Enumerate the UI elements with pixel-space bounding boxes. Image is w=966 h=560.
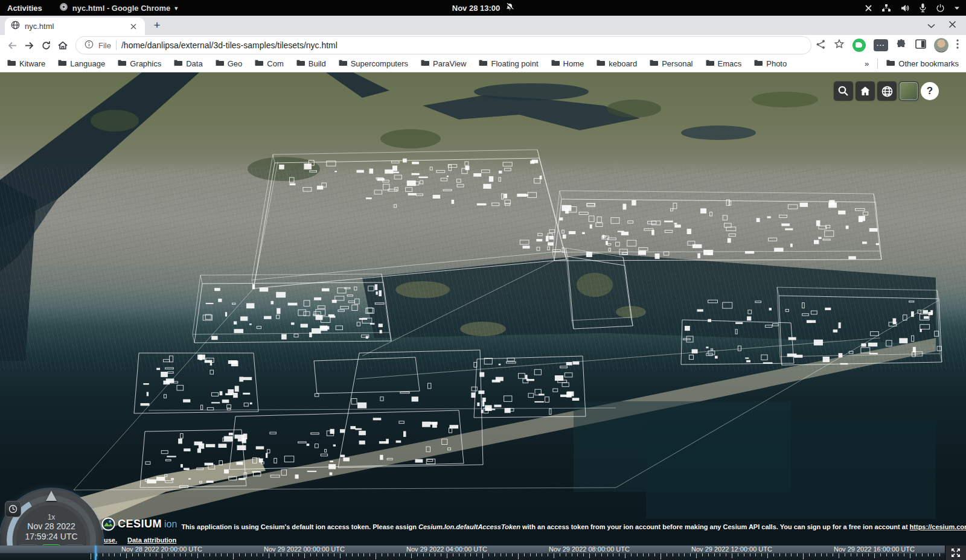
timeline-tick: [394, 553, 394, 556]
timeline-tick: [679, 553, 679, 556]
timeline-tick: [791, 553, 792, 556]
timeline-tick: [168, 553, 168, 556]
focused-window-menu[interactable]: nyc.html - Google Chrome ▾: [59, 2, 178, 13]
bookmark-emacs[interactable]: Emacs: [706, 59, 742, 68]
reload-button[interactable]: [37, 37, 54, 54]
tab-search-chevron-icon[interactable]: [927, 20, 935, 31]
other-bookmarks-button[interactable]: Other bookmarks: [886, 59, 959, 68]
timeline-tick: [809, 553, 810, 556]
tab-close-icon[interactable]: [128, 21, 139, 32]
timeline-tick: [114, 553, 115, 556]
tab-nyc[interactable]: nyc.html: [5, 18, 145, 35]
folder-icon: [886, 59, 895, 68]
bookmark-label: Com: [267, 59, 283, 68]
bookmark-com[interactable]: Com: [255, 59, 283, 68]
timeline-tick: [643, 553, 644, 556]
timeline-tick: [518, 553, 519, 559]
timeline-tick: [150, 553, 150, 556]
bookmark-language[interactable]: Language: [58, 59, 105, 68]
cesium-ion-logo[interactable]: CESIUM ion: [101, 517, 177, 531]
timeline-needle[interactable]: [95, 546, 97, 560]
timeline-tick: [227, 553, 228, 556]
cesium-ion-text: ion: [164, 519, 177, 530]
bookmark-floating-point[interactable]: Floating point: [479, 59, 538, 68]
timeline-tick: [845, 553, 845, 556]
power-icon[interactable]: [936, 4, 945, 13]
bookmark-home[interactable]: Home: [551, 59, 584, 68]
timeline-tick: [465, 553, 465, 556]
realtime-clock-button[interactable]: [5, 501, 21, 517]
timeline-tick: [773, 553, 774, 556]
timeline-tick: [316, 553, 317, 556]
new-tab-button[interactable]: +: [149, 17, 165, 34]
timeline-tick: [595, 553, 596, 556]
timeline-tick: [619, 553, 619, 556]
home-view-button[interactable]: [856, 81, 875, 101]
timeline-tick: [779, 553, 780, 556]
timeline-tick: [334, 553, 334, 556]
extensions-puzzle-icon[interactable]: [896, 39, 907, 52]
bookmark-build[interactable]: Build: [296, 59, 326, 68]
help-button[interactable]: ?: [921, 82, 939, 100]
timeline-tick: [328, 553, 328, 556]
bookmark-graphics[interactable]: Graphics: [118, 59, 161, 68]
back-button[interactable]: [4, 37, 21, 54]
tray-caret-icon[interactable]: [954, 6, 960, 10]
browser-toolbar: File /home/danlipsa/external/3d-tiles-sa…: [0, 35, 966, 56]
bookmark-supercomputers[interactable]: Supercomputers: [339, 59, 408, 68]
dots-extension-icon[interactable]: ···: [874, 39, 888, 51]
bookmark-star-icon[interactable]: [834, 39, 845, 52]
fullscreen-button[interactable]: [945, 546, 966, 560]
timeline-tick: [470, 553, 471, 556]
home-button[interactable]: [54, 37, 71, 54]
base-layer-picker-button[interactable]: [899, 81, 918, 101]
data-attribution-link[interactable]: Data attribution: [127, 536, 176, 544]
address-bar[interactable]: File /home/danlipsa/external/3d-tiles-sa…: [76, 37, 811, 54]
browser-menu-kebab-icon[interactable]: [956, 39, 959, 51]
profile-avatar[interactable]: [934, 38, 948, 52]
timeline-tick: [821, 553, 822, 556]
timeline-tick: [720, 553, 720, 556]
timeline-tick: [245, 553, 246, 556]
bookmark-data[interactable]: Data: [174, 59, 202, 68]
bookmark-kitware[interactable]: Kitware: [7, 59, 45, 68]
bookmarks-overflow-button[interactable]: »: [865, 59, 869, 68]
bookmark-personal[interactable]: Personal: [650, 59, 693, 68]
timeline-tick: [191, 553, 192, 556]
timeline-tick: [554, 553, 554, 558]
timeline[interactable]: Nov 28 2022 20:00:00 UTC Nov 29 2022 00:…: [0, 546, 966, 560]
shuttle-ring-pointer[interactable]: [46, 491, 57, 501]
scene-mode-globe-button[interactable]: [877, 81, 897, 101]
upgrade-link-wrap[interactable]: use.: [104, 536, 117, 544]
cesium-viewport[interactable]: ? 1x Nov 28 2022 17:59:24 UTC: [0, 72, 966, 560]
share-icon[interactable]: [816, 39, 826, 52]
bookmark-paraview[interactable]: ParaView: [421, 59, 466, 68]
side-panel-icon[interactable]: [915, 39, 926, 51]
volume-icon[interactable]: [900, 4, 910, 13]
page-info-icon[interactable]: [85, 40, 94, 51]
chrome-app-icon: [59, 2, 68, 13]
activities-button[interactable]: Activities: [7, 4, 42, 13]
folder-icon: [255, 59, 263, 68]
bookmark-label: Graphics: [130, 59, 161, 68]
geocoder-search-button[interactable]: [834, 81, 853, 101]
microphone-icon[interactable]: [919, 3, 927, 13]
timeline-tick: [797, 553, 798, 556]
folder-icon: [7, 59, 16, 68]
window-close-icon[interactable]: [948, 20, 956, 31]
bookmark-geo[interactable]: Geo: [216, 59, 243, 68]
url-text: /home/danlipsa/external/3d-tiles-samples…: [121, 40, 337, 50]
other-bookmarks-label: Other bookmarks: [898, 59, 959, 68]
tray-close-icon[interactable]: [865, 4, 872, 12]
timeline-tick: [376, 553, 376, 559]
forward-button[interactable]: [21, 37, 37, 54]
timeline-tick: [714, 553, 715, 556]
evernote-extension-icon[interactable]: [852, 39, 866, 52]
bookmark-photo[interactable]: Photo: [754, 59, 787, 68]
timeline-tick: [744, 553, 744, 556]
bookmark-keboard[interactable]: keboard: [597, 59, 637, 68]
cesium-com-link[interactable]: https://cesium.com: [910, 523, 966, 530]
network-icon[interactable]: [881, 4, 891, 13]
timeline-tick: [216, 553, 216, 556]
clock-button[interactable]: Nov 28 13:00: [452, 2, 514, 13]
